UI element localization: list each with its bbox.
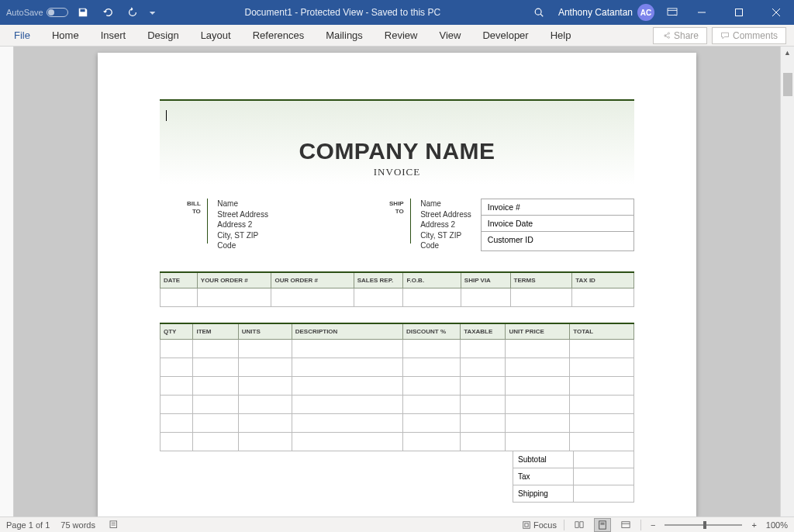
meta-customer-id: Customer ID <box>482 232 633 247</box>
autosave-label: AutoSave <box>6 8 43 17</box>
print-layout-button[interactable] <box>594 518 611 532</box>
zoom-level[interactable]: 100% <box>766 520 788 530</box>
svg-rect-11 <box>523 521 530 528</box>
tab-view[interactable]: View <box>428 25 471 46</box>
address-row: BILLTO Name Street Address Address 2 Cit… <box>160 199 634 251</box>
col-item: ITEM <box>193 323 238 340</box>
document-page[interactable]: COMPANY NAME INVOICE BILLTO Name Street … <box>98 53 696 516</box>
tax-row: Tax <box>513 468 634 485</box>
invoice-header: COMPANY NAME INVOICE <box>160 99 634 185</box>
col-terms: TERMS <box>510 272 572 288</box>
tab-review[interactable]: Review <box>374 25 429 46</box>
document-area: ▲ COMPANY NAME INVOICE BILLTO Name Stre <box>0 47 794 516</box>
web-layout-icon <box>620 520 631 530</box>
table-row <box>161 288 634 306</box>
redo-icon <box>127 7 138 18</box>
vertical-scrollbar[interactable]: ▲ <box>780 47 794 516</box>
table-row <box>161 376 634 395</box>
read-mode-icon <box>574 520 585 530</box>
redo-button[interactable] <box>123 2 143 22</box>
svg-rect-13 <box>599 520 606 528</box>
account-button[interactable]: Anthony Catantan AC <box>552 4 661 21</box>
share-icon <box>661 31 671 40</box>
user-name: Anthony Catantan <box>558 7 633 18</box>
comment-icon <box>720 31 730 40</box>
close-button[interactable] <box>758 0 794 25</box>
share-button[interactable]: Share <box>653 27 707 44</box>
table-row <box>161 395 634 413</box>
focus-label: Focus <box>533 520 557 530</box>
vertical-ruler[interactable] <box>0 47 14 516</box>
divider <box>207 199 208 244</box>
focus-mode-button[interactable]: Focus <box>521 518 558 532</box>
zoom-slider[interactable] <box>665 524 742 526</box>
ship-to-label: SHIPTO <box>377 199 404 251</box>
col-units: UNITS <box>238 323 292 340</box>
statusbar: Page 1 of 1 75 words Focus − + 100% <box>0 516 794 532</box>
read-mode-button[interactable] <box>571 518 588 532</box>
titlebar: AutoSave ⏷ Document1 - Protected View - … <box>0 0 794 25</box>
col-discount: DISCOUNT % <box>402 323 460 340</box>
table-row <box>161 339 634 358</box>
save-button[interactable] <box>73 2 93 22</box>
ribbon-display-options[interactable] <box>662 2 682 22</box>
table-row <box>161 358 634 376</box>
tab-mailings[interactable]: Mailings <box>315 25 374 46</box>
word-count[interactable]: 75 words <box>60 520 95 530</box>
order-info-table: DATE YOUR ORDER # OUR ORDER # SALES REP.… <box>160 271 634 307</box>
col-your-order: YOUR ORDER # <box>197 272 271 288</box>
col-unit-price: UNIT PRICE <box>506 323 570 340</box>
tab-help[interactable]: Help <box>540 25 582 46</box>
invoice-meta-box: Invoice # Invoice Date Customer ID <box>481 199 634 251</box>
col-our-order: OUR ORDER # <box>271 272 354 288</box>
print-layout-icon <box>597 520 608 530</box>
share-label: Share <box>674 30 699 41</box>
page-count[interactable]: Page 1 of 1 <box>6 520 50 530</box>
col-sales-rep: SALES REP. <box>354 272 403 288</box>
table-row <box>161 413 634 432</box>
meta-invoice-number: Invoice # <box>482 199 633 216</box>
autosave-toggle[interactable]: AutoSave <box>6 8 68 17</box>
focus-icon <box>522 520 531 530</box>
bill-to-block: BILLTO Name Street Address Address 2 Cit… <box>174 199 278 251</box>
undo-button[interactable] <box>98 2 118 22</box>
web-layout-button[interactable] <box>617 518 634 532</box>
minimize-button[interactable] <box>684 0 720 25</box>
undo-icon <box>102 7 113 18</box>
zoom-in-button[interactable]: + <box>748 520 759 530</box>
tab-developer[interactable]: Developer <box>471 25 539 46</box>
tab-references[interactable]: References <box>242 25 315 46</box>
tab-layout[interactable]: Layout <box>190 25 242 46</box>
spellcheck-icon <box>109 520 120 530</box>
subtotal-row: Subtotal <box>513 451 634 468</box>
table-row <box>161 432 634 451</box>
tab-file[interactable]: File <box>3 25 41 46</box>
search-button[interactable] <box>527 2 551 22</box>
customize-qat-button[interactable]: ⏷ <box>147 2 158 22</box>
company-name: COMPANY NAME <box>160 101 634 164</box>
save-icon <box>78 7 88 18</box>
maximize-icon <box>735 9 743 16</box>
tab-design[interactable]: Design <box>136 25 189 46</box>
spell-check-button[interactable] <box>106 518 123 532</box>
col-fob: F.O.B. <box>403 272 461 288</box>
col-total: TOTAL <box>570 323 634 340</box>
zoom-out-button[interactable]: − <box>647 520 658 530</box>
scroll-thumb[interactable] <box>783 73 792 96</box>
col-description: DESCRIPTION <box>292 323 402 340</box>
ribbon-display-icon <box>667 8 678 17</box>
comments-button[interactable]: Comments <box>712 27 786 44</box>
bill-to-address: Name Street Address Address 2 City, ST Z… <box>214 199 278 251</box>
tab-insert[interactable]: Insert <box>90 25 137 46</box>
maximize-button[interactable] <box>721 0 757 25</box>
comments-label: Comments <box>733 30 778 41</box>
bill-to-label: BILLTO <box>174 199 201 251</box>
tab-home[interactable]: Home <box>41 25 90 46</box>
col-ship-via: SHIP VIA <box>461 272 510 288</box>
text-cursor <box>166 110 167 121</box>
col-date: DATE <box>161 272 198 288</box>
quick-access-toolbar: AutoSave ⏷ <box>0 2 158 22</box>
col-tax-id: TAX ID <box>572 272 634 288</box>
scroll-up-icon: ▲ <box>781 47 794 59</box>
svg-point-0 <box>535 9 541 15</box>
